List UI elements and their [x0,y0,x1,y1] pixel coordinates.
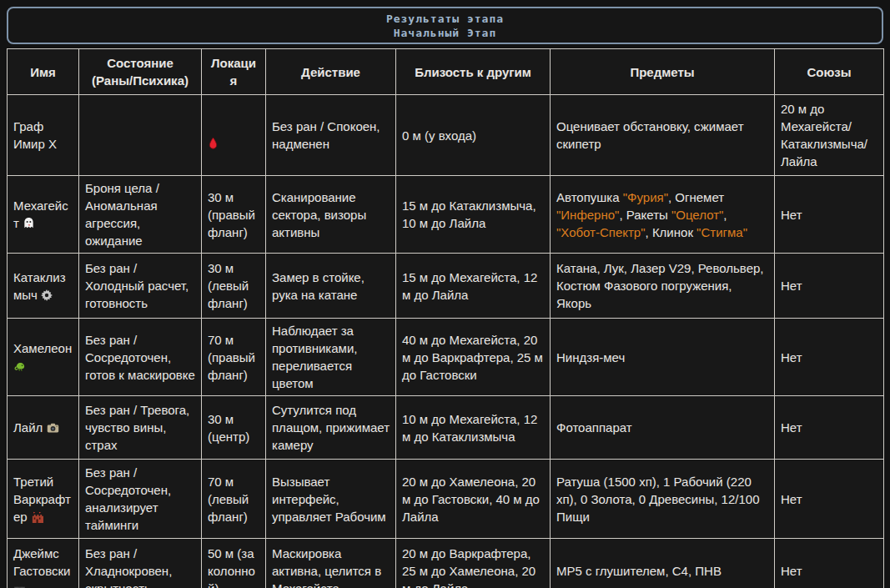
cell-items: Катана, Лук, Лазер V29, Револьвер, Костю… [551,254,775,319]
cell-action: Наблюдает за противниками, переливается … [266,319,396,396]
cell-location: 30 м (левый фланг) [202,254,266,319]
cell-allies: Нет [775,254,884,319]
cell-location: 70 м (левый фланг) [202,460,266,539]
cell-proximity: 20 м до Хамелеона, 20 м до Гастовски, 40… [396,460,551,539]
col-header-name: Имя [8,49,79,95]
col-header-state: Состояние (Раны/Психика) [79,49,202,95]
blood-drop-icon [208,137,219,150]
cell-name: Мехагейст [8,176,79,254]
cell-name: Граф Имир X [8,95,79,176]
col-header-allies: Союзы [775,49,884,95]
cell-action: Замер в стойке, рука на катане [266,254,396,319]
cell-items: Ниндзя-меч [551,319,775,396]
page: Результаты этапа Начальный Этап Имя Сост… [0,0,890,588]
chameleon-icon [13,359,26,372]
cell-items: MP5 с глушителем, C4, ПНВ [551,539,775,588]
cell-state: Без ран / Холодный расчет, готовность [79,254,202,319]
table-row: Лайл Без ран / Тревога, чувство вины, ст… [8,396,884,460]
cell-proximity: 10 м до Мехагейста, 12 м до Катаклизмыча [396,396,551,460]
sunglasses-icon [13,585,26,588]
castle-icon [31,510,43,523]
table-row: Мехагейст Броня цела / Аномальная агресс… [8,176,884,254]
cell-action: Сутулится под плащом, прижимает камеру [266,396,396,460]
cell-proximity: 20 м до Варкрафтера, 25 м до Хамелеона, … [396,539,551,588]
cell-items: Ратуша (1500 хп), 1 Рабочий (220 хп), 0 … [551,460,775,539]
cell-action: Маскировка активна, целится в Мехагейста [266,539,396,588]
cell-location: 30 м (правый фланг) [202,176,266,254]
cell-items: Автопушка "Фурия", Огнемет "Инферно", Ра… [551,176,775,254]
cell-allies: Нет [775,319,884,396]
cell-state [79,95,202,176]
cell-allies: Нет [775,460,884,539]
cell-proximity: 0 м (у входа) [396,95,551,176]
cell-state: Без ран / Тревога, чувство вины, страх [79,396,202,460]
cell-location: 50 м (за колонной) [202,539,266,588]
camera-icon [47,422,59,434]
col-header-proximity: Близость к другим [396,49,551,95]
gear-icon [41,289,53,301]
stage-name: Начальный Этап [394,26,497,40]
cell-location [202,95,266,176]
table-row: Катаклизмыч Без ран / Холодный расчет, г… [8,254,884,319]
cell-location: 70 м (правый фланг) [202,319,266,396]
cell-name: Лайл [8,396,79,460]
ghost-icon [23,217,35,229]
stage-results-title: Результаты этапа [386,12,504,26]
cell-name: Джеймс Гастовски [8,539,79,588]
cell-state: Без ран / Сосредоточен, готов к маскиров… [79,319,202,396]
cell-proximity: 40 м до Мехагейста, 20 м до Варкрафтера,… [396,319,551,396]
cell-allies: 20 м до Мехагейста/ Катаклизмыча/ Лайла [775,95,884,176]
cell-name: Катаклизмыч [8,254,79,319]
cell-action: Без ран / Спокоен, надменен [266,95,396,176]
cell-allies: Нет [775,396,884,460]
cell-state: Без ран / Хладнокровен, скрытность [79,539,202,588]
cell-allies: Нет [775,539,884,588]
col-header-location: Локация [202,49,266,95]
cell-action: Сканирование сектора, визоры активны [266,176,396,254]
table-row: Граф Имир X Без ран / Спокоен, надменен … [8,95,884,176]
cell-state: Броня цела / Аномальная агрессия, ожидан… [79,176,202,254]
table-row: Джеймс Гастовски Без ран / Хладнокровен,… [8,539,884,588]
cell-items: Фотоаппарат [551,396,775,460]
col-header-action: Действие [266,49,396,95]
stage-results-box: Результаты этапа Начальный Этап [7,7,883,44]
cell-location: 30 м (центр) [202,396,266,460]
cell-name: Третий Варкрафтер [8,460,79,539]
results-table: Имя Состояние (Раны/Психика) Локация Дей… [7,48,884,588]
cell-items: Оценивает обстановку, сжимает скипетр [551,95,775,176]
cell-proximity: 15 м до Катаклизмыча, 10 м до Лайла [396,176,551,254]
cell-state: Без ран / Сосредоточен, анализирует тайм… [79,460,202,539]
col-header-items: Предметы [551,49,775,95]
cell-name: Хамелеон [8,319,79,396]
table-header-row: Имя Состояние (Раны/Психика) Локация Дей… [8,49,884,95]
table-row: Хамелеон Без ран / Сосредоточен, готов к… [8,319,884,396]
table-row: Третий Варкрафтер Без ран / Сосредоточен… [8,460,884,539]
cell-allies: Нет [775,176,884,254]
cell-action: Вызывает интерфейс, управляет Рабочим [266,460,396,539]
cell-proximity: 15 м до Мехагейста, 12 м до Лайла [396,254,551,319]
